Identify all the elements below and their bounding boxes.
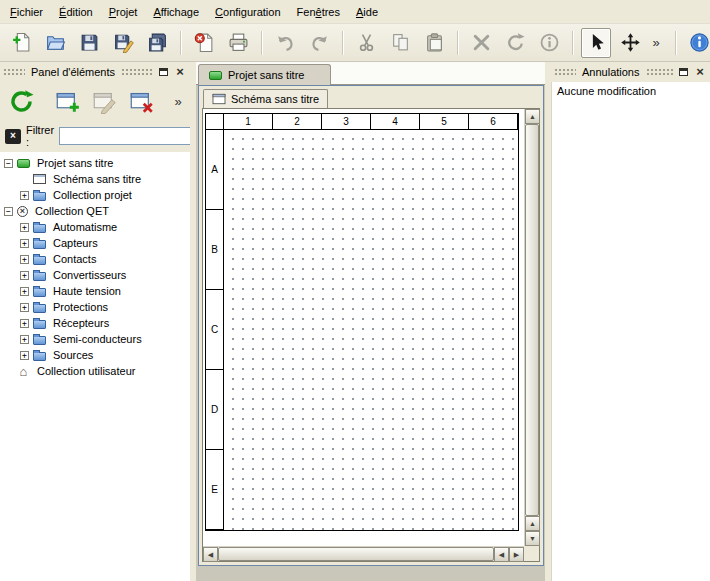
schema-canvas[interactable]: 123456 ABCDE [203,109,524,546]
toolbar-separator [261,31,262,55]
tree-item-capteurs[interactable]: +Capteurs [0,235,190,251]
tree-expander[interactable]: + [20,319,29,328]
project-icon [209,71,222,80]
tree-item-label: Collection utilisateur [35,365,137,377]
new-element-button[interactable] [51,85,83,117]
element-info-button[interactable] [534,28,564,58]
tree-item-collection-qet[interactable]: −×Collection QET [0,203,190,219]
dock-grip[interactable] [554,68,576,77]
copy-button[interactable] [385,28,415,58]
menu-projet[interactable]: Projet [101,2,146,22]
edit-element-button[interactable] [88,85,120,117]
save-button[interactable] [74,28,104,58]
tree-expander[interactable]: + [20,303,29,312]
tree-item-contacts[interactable]: +Contacts [0,251,190,267]
tree-item-semi-conducteurs[interactable]: +Semi-conducteurs [0,331,190,347]
open-project-button[interactable] [40,28,70,58]
tree-expander[interactable]: + [20,255,29,264]
tree-item-collection-projet[interactable]: +Collection projet [0,187,190,203]
toolbar-overflow-button[interactable]: » [649,35,663,50]
tree-expander[interactable]: − [4,159,13,168]
tree-item-projet-sans-titre[interactable]: −Projet sans titre [0,155,190,171]
dock-grip[interactable] [646,68,674,77]
tree-item-automatisme[interactable]: +Automatisme [0,219,190,235]
reload-collections-button[interactable] [5,85,37,117]
horizontal-scrollbar[interactable]: ◀ ◀ ▶ [203,546,524,561]
scroll-left-button[interactable]: ◀ [203,547,218,562]
schema-tab[interactable]: Schéma sans titre [203,89,328,108]
tree-expander[interactable]: − [4,207,13,216]
print-button[interactable] [223,28,253,58]
undo-panel-dock: Annulations × Aucune modification [551,62,710,581]
dock-float-button[interactable] [156,65,170,79]
tree-expander[interactable]: + [20,239,29,248]
close-file-button[interactable] [189,28,219,58]
tree-expander[interactable]: + [20,351,29,360]
dock-float-button[interactable] [676,65,690,79]
column-header-6: 6 [469,114,518,130]
toolbar-separator [675,31,676,55]
tree-expander[interactable]: + [20,335,29,344]
elements-panel-dock: Panel d'éléments × » × Filtrer : −Projet… [0,62,190,581]
column-header-5: 5 [420,114,469,130]
tree-item-protections[interactable]: +Protections [0,299,190,315]
tree-expander[interactable]: + [20,287,29,296]
paste-icon [424,32,445,53]
tree-expander[interactable]: + [20,223,29,232]
save-all-button[interactable] [142,28,172,58]
help-info-button[interactable] [684,28,710,58]
dock-close-button[interactable]: × [693,65,707,79]
scroll-right-button[interactable]: ▶ [509,547,524,562]
tree-item-haute-tension[interactable]: +Haute tension [0,283,190,299]
dock-grip[interactable] [3,68,25,77]
move-tool-button[interactable] [615,28,645,58]
delete-element-button[interactable] [125,85,157,117]
scroll-up-button[interactable]: ▲ [525,516,540,531]
horizontal-scroll-thumb[interactable] [218,547,494,561]
schema-grid[interactable] [224,130,518,530]
undo-panel-titlebar: Annulations × [551,62,710,82]
tree-item-recepteurs[interactable]: +Récepteurs [0,315,190,331]
save-as-button[interactable] [108,28,138,58]
tree-item-sources[interactable]: +Sources [0,347,190,363]
redo-button[interactable] [304,28,334,58]
dock-toolbar-overflow-button[interactable]: » [171,94,185,109]
filter-clear-button[interactable]: × [5,129,21,144]
paste-button[interactable] [419,28,449,58]
vertical-scrollbar[interactable]: ▲ ▲ ▼ [524,109,539,546]
menu-aide[interactable]: Aide [348,2,386,22]
new-document-button[interactable] [6,28,36,58]
toolbar-separator [342,31,343,55]
mdi-area: Projet sans titre Schéma sans titre 1234… [196,62,545,581]
rotate-button[interactable] [500,28,530,58]
info-gray-icon [539,32,560,53]
menu-configuration[interactable]: Configuration [207,2,288,22]
tree-expander[interactable]: + [20,191,29,200]
select-tool-button[interactable] [581,28,611,58]
dock-close-button[interactable]: × [173,65,187,79]
tree-item-label: Convertisseurs [51,269,128,281]
menu-fenetres[interactable]: Fenêtres [289,2,348,22]
main-toolbar: » » [0,24,710,62]
cut-button[interactable] [351,28,381,58]
tree-item-schema-sans-titre[interactable]: Schéma sans titre [0,171,190,187]
undo-list-item[interactable]: Aucune modification [552,82,710,100]
scroll-up-button[interactable]: ▲ [525,109,540,124]
filter-input[interactable] [59,127,207,145]
tree-item-collection-utilisateur[interactable]: ⌂Collection utilisateur [0,363,190,379]
menu-affichage[interactable]: Affichage [145,2,207,22]
vertical-scroll-thumb[interactable] [525,124,539,516]
scrollbar-corner [524,546,539,561]
scroll-down-button[interactable]: ▼ [525,531,540,546]
menu-edition[interactable]: Édition [51,2,101,22]
delete-button[interactable] [466,28,496,58]
tree-item-convertisseurs[interactable]: +Convertisseurs [0,267,190,283]
scroll-left-button[interactable]: ◀ [494,547,509,562]
dock-grip[interactable] [121,68,153,77]
project-tab[interactable]: Projet sans titre [198,64,331,85]
undo-button[interactable] [270,28,300,58]
tree-item-label: Protections [51,301,110,313]
menu-fichier[interactable]: Fichier [2,2,51,22]
project-window: Schéma sans titre 123456 ABCDE ▲ ▲ [198,85,544,566]
tree-expander[interactable]: + [20,271,29,280]
